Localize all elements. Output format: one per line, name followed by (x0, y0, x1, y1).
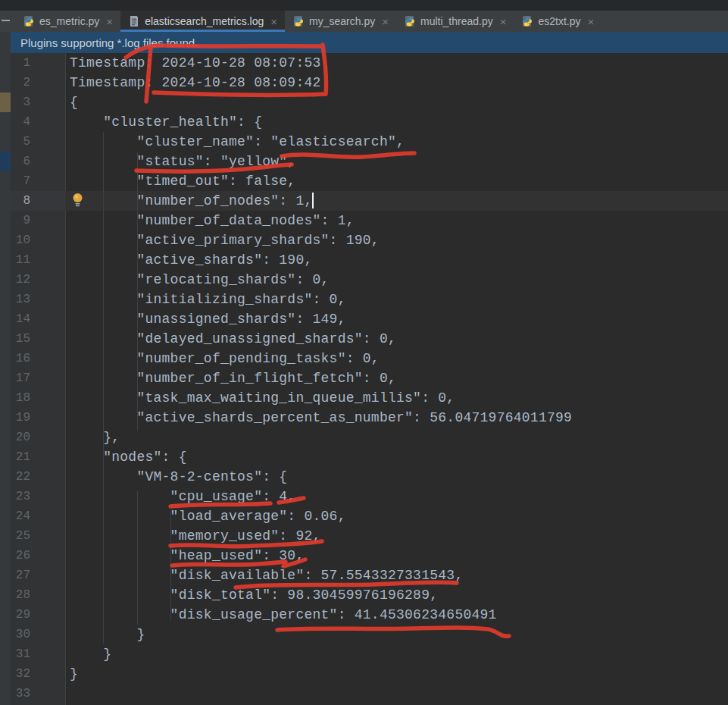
code-line-32[interactable]: 32} (11, 664, 728, 684)
line-text: "task_max_waiting_in_queue_millis": 0, (65, 388, 728, 408)
close-tab-icon[interactable]: × (270, 16, 277, 27)
close-tab-icon[interactable]: × (382, 16, 389, 27)
line-number: 11 (11, 250, 65, 270)
code-line-6[interactable]: 6 "status": "yellow", (11, 152, 728, 171)
ide-window: es_metric.py×elasticsearch_metrics.log×m… (0, 0, 728, 705)
code-line-17[interactable]: 17 "number_of_in_flight_fetch": 0, (11, 368, 728, 388)
line-number: 5 (11, 132, 65, 152)
line-text: "load_average": 0.06, (65, 506, 728, 526)
line-text: "number_of_data_nodes": 1, (65, 211, 728, 230)
line-number: 18 (11, 388, 65, 408)
line-number: 16 (11, 349, 65, 368)
indent-guide (137, 491, 138, 625)
code-line-22[interactable]: 22 "VM-8-2-centos": { (11, 467, 728, 487)
line-text: "cluster_health": { (65, 112, 728, 132)
code-line-8[interactable]: 8 "number_of_nodes": 1, (11, 191, 728, 211)
code-line-14[interactable]: 14 "unassigned_shards": 149, (11, 309, 728, 329)
line-number: 8 (11, 191, 65, 211)
code-line-27[interactable]: 27 "disk_available": 57.5543327331543, (11, 566, 728, 585)
line-text: "VM-8-2-centos": { (65, 467, 728, 487)
code-line-30[interactable]: 30 } (11, 625, 728, 644)
line-text: } (65, 644, 728, 664)
code-line-25[interactable]: 25 "memory_used": 92, (11, 526, 728, 546)
line-number: 13 (11, 290, 65, 309)
line-number: 19 (11, 408, 65, 428)
line-text: "active_shards": 190, (65, 250, 728, 270)
tab-my-search-py[interactable]: my_search.py× (285, 11, 396, 32)
line-number: 24 (11, 506, 65, 526)
code-line-13[interactable]: 13 "initializing_shards": 0, (11, 290, 728, 309)
close-tab-icon[interactable]: × (500, 16, 507, 27)
close-tab-icon[interactable]: × (106, 16, 113, 27)
left-stripe (0, 32, 11, 705)
line-number: 30 (11, 625, 65, 644)
code-line-2[interactable]: 2Timestamp: 2024-10-28 08:09:42 (11, 73, 728, 92)
code-line-4[interactable]: 4 "cluster_health": { (11, 112, 728, 132)
python-file-icon (23, 15, 35, 27)
tab-bar: es_metric.py×elasticsearch_metrics.log×m… (0, 11, 728, 32)
tab-es2txt-py[interactable]: es2txt.py× (514, 11, 601, 32)
code-line-24[interactable]: 24 "load_average": 0.06, (11, 506, 728, 526)
line-text: }, (65, 428, 728, 447)
tab-es-metric-py[interactable]: es_metric.py× (15, 11, 120, 32)
tab-label: es_metric.py (39, 15, 99, 27)
title-strip (0, 0, 728, 11)
tab-elasticsearch-metrics-log[interactable]: elasticsearch_metrics.log× (120, 11, 285, 32)
code-line-19[interactable]: 19 "active_shards_percent_as_number": 56… (11, 408, 728, 428)
line-number: 25 (11, 526, 65, 546)
line-text: "active_primary_shards": 190, (65, 230, 728, 250)
line-text: Timestamp: 2024-10-28 08:09:42 (65, 73, 728, 92)
code-line-5[interactable]: 5 "cluster_name": "elasticsearch", (11, 132, 728, 152)
code-line-28[interactable]: 28 "disk_total": 98.30459976196289, (11, 585, 728, 605)
tab-label: my_search.py (309, 15, 375, 27)
code-line-33[interactable]: 33 (11, 684, 728, 703)
line-number: 32 (11, 664, 65, 684)
code-line-18[interactable]: 18 "task_max_waiting_in_queue_millis": 0… (11, 388, 728, 408)
banner-text: Plugins supporting *.log files found. (20, 36, 198, 49)
code-line-3[interactable]: 3{ (11, 92, 728, 112)
code-line-7[interactable]: 7 "timed_out": false, (11, 171, 728, 191)
tab-multi-thread-py[interactable]: multi_thread.py× (396, 11, 514, 32)
code-line-9[interactable]: 9 "number_of_data_nodes": 1, (11, 211, 728, 230)
line-text: "number_of_pending_tasks": 0, (65, 349, 728, 368)
code-line-31[interactable]: 31 } (11, 644, 728, 664)
code-line-26[interactable]: 26 "heap_used": 30, (11, 546, 728, 566)
indent-guide (137, 152, 138, 431)
editor-lines[interactable]: 1Timestamp: 2024-10-28 08:07:532Timestam… (11, 53, 728, 703)
line-text: "cluster_name": "elasticsearch", (65, 132, 728, 152)
line-text: "nodes": { (65, 447, 728, 467)
line-text: "relocating_shards": 0, (65, 270, 728, 290)
line-text: "heap_used": 30, (65, 546, 728, 566)
line-number: 6 (11, 152, 65, 171)
code-line-15[interactable]: 15 "delayed_unassigned_shards": 0, (11, 329, 728, 349)
line-text: "disk_available": 57.5543327331543, (65, 566, 728, 585)
line-text: "memory_used": 92, (65, 526, 728, 546)
indent-guide (170, 511, 171, 620)
code-line-23[interactable]: 23 "cpu_usage": 4, (11, 487, 728, 506)
line-number: 22 (11, 467, 65, 487)
line-number: 17 (11, 368, 65, 388)
notification-banner: Plugins supporting *.log files found. (11, 32, 728, 53)
code-line-21[interactable]: 21 "nodes": { (11, 447, 728, 467)
tab-label: multi_thread.py (420, 15, 493, 27)
code-line-29[interactable]: 29 "disk_usage_percent": 41.453062346504… (11, 605, 728, 625)
line-text: "delayed_unassigned_shards": 0, (65, 329, 728, 349)
line-number: 14 (11, 309, 65, 329)
code-line-11[interactable]: 11 "active_shards": 190, (11, 250, 728, 270)
stripe-marker-blue (0, 152, 11, 171)
line-text: } (65, 664, 728, 684)
code-line-12[interactable]: 12 "relocating_shards": 0, (11, 270, 728, 290)
close-tab-icon[interactable]: × (588, 16, 595, 27)
line-text: "active_shards_percent_as_number": 56.04… (65, 408, 728, 428)
line-number: 2 (11, 73, 65, 92)
line-number: 33 (11, 684, 65, 703)
python-file-icon (404, 15, 416, 27)
line-number: 27 (11, 566, 65, 585)
line-text (65, 684, 728, 703)
code-line-1[interactable]: 1Timestamp: 2024-10-28 08:07:53 (11, 53, 728, 73)
code-line-20[interactable]: 20 }, (11, 428, 728, 447)
intention-lightbulb-icon[interactable] (72, 193, 83, 210)
code-line-16[interactable]: 16 "number_of_pending_tasks": 0, (11, 349, 728, 368)
line-text: "cpu_usage": 4, (65, 487, 728, 506)
code-line-10[interactable]: 10 "active_primary_shards": 190, (11, 230, 728, 250)
